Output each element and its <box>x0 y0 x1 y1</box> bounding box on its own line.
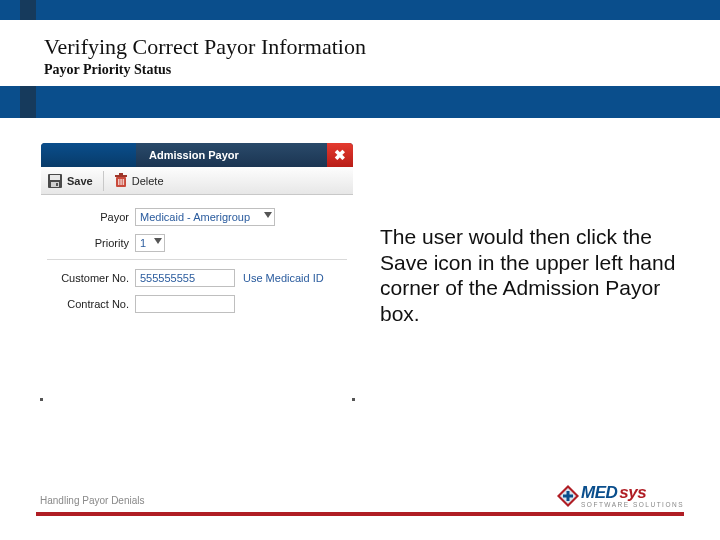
svg-rect-7 <box>118 179 120 185</box>
svg-rect-8 <box>120 179 122 185</box>
title-area: Verifying Correct Payor Information Payo… <box>44 34 366 78</box>
customer-no-label: Customer No. <box>47 272 135 284</box>
slide: Verifying Correct Payor Information Payo… <box>0 0 720 540</box>
customer-no-input[interactable] <box>135 269 235 287</box>
top-accent-band <box>0 0 720 20</box>
close-button[interactable]: ✖ <box>327 143 353 167</box>
chevron-down-icon <box>154 238 162 244</box>
dialog-body: Payor Medicaid - Amerigroup Priority 1 <box>41 195 353 322</box>
mid-accent-stripe <box>20 86 36 118</box>
save-button[interactable]: Save <box>47 173 93 189</box>
save-label: Save <box>67 175 93 187</box>
logo-tagline: SOFTWARE SOLUTIONS <box>581 502 684 509</box>
chevron-down-icon <box>264 212 272 218</box>
logo-text: MEDsys SOFTWARE SOLUTIONS <box>581 484 684 509</box>
mid-accent-band <box>0 86 720 118</box>
customer-no-row: Customer No. Use Medicaid ID <box>47 266 347 290</box>
svg-rect-1 <box>50 175 60 180</box>
payor-select[interactable]: Medicaid - Amerigroup <box>135 208 275 226</box>
contract-no-label: Contract No. <box>47 298 135 310</box>
priority-label: Priority <box>47 237 135 249</box>
use-medicaid-id-link[interactable]: Use Medicaid ID <box>243 272 324 284</box>
contract-no-row: Contract No. <box>47 292 347 316</box>
admission-payor-dialog: Admission Payor ✖ Save <box>40 142 354 402</box>
logo-sys: sys <box>619 484 646 501</box>
svg-rect-6 <box>119 173 123 175</box>
page-title: Verifying Correct Payor Information <box>44 34 366 60</box>
delete-label: Delete <box>132 175 164 187</box>
payor-row: Payor Medicaid - Amerigroup <box>47 205 347 229</box>
svg-rect-5 <box>115 175 127 177</box>
top-accent-stripe <box>20 0 36 20</box>
priority-select[interactable]: 1 <box>135 234 165 252</box>
svg-rect-3 <box>56 183 58 186</box>
crop-mark <box>352 398 355 401</box>
payor-label: Payor <box>47 211 135 223</box>
payor-select-value: Medicaid - Amerigroup <box>140 211 250 223</box>
dialog-header-accent <box>41 143 136 167</box>
priority-row: Priority 1 <box>47 231 347 255</box>
medsys-logo: MEDsys SOFTWARE SOLUTIONS <box>557 484 684 509</box>
svg-rect-14 <box>563 494 573 497</box>
close-icon: ✖ <box>334 147 346 163</box>
footer-divider <box>36 512 684 516</box>
page-subtitle: Payor Priority Status <box>44 62 366 78</box>
logo-med: MED <box>581 484 617 501</box>
svg-rect-9 <box>122 179 124 185</box>
delete-button[interactable]: Delete <box>114 173 164 189</box>
save-icon <box>47 173 63 189</box>
contract-no-input[interactable] <box>135 295 235 313</box>
crop-mark <box>40 398 43 401</box>
dialog-header: Admission Payor ✖ <box>41 143 353 167</box>
footer-text: Handling Payor Denials <box>40 495 145 506</box>
delete-icon <box>114 173 128 189</box>
dialog-title: Admission Payor <box>149 149 239 161</box>
instruction-text: The user would then click the Save icon … <box>380 224 690 326</box>
logo-mark-icon <box>557 485 579 507</box>
priority-select-value: 1 <box>140 237 146 249</box>
dialog-toolbar: Save Delete <box>41 167 353 195</box>
toolbar-separator <box>103 171 104 191</box>
divider <box>47 259 347 260</box>
